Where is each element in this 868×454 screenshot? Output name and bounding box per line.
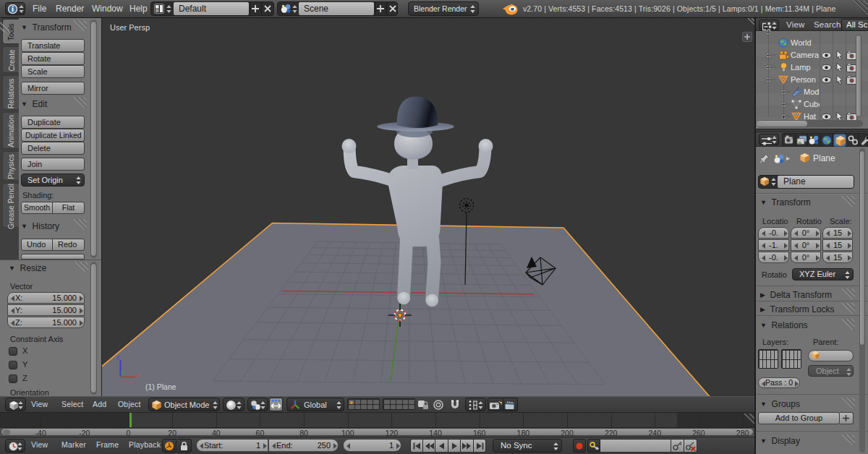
svg-text:x: x	[136, 372, 140, 379]
svg-text:z: z	[116, 354, 120, 361]
svg-text:y: y	[121, 369, 124, 377]
